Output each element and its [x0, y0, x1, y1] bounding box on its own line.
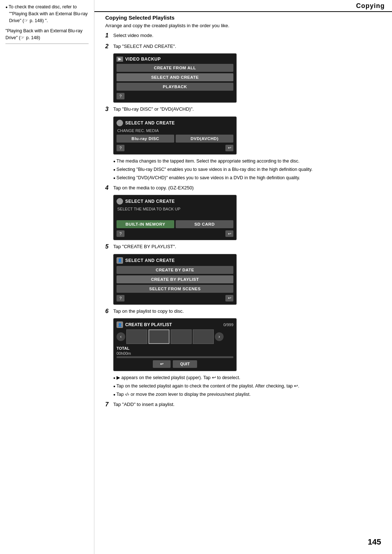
step-6: 6 Tap on the playlist to copy to disc. — [105, 308, 381, 315]
screen4-title: SELECT AND CREATE — [125, 258, 175, 263]
playlist-back-btn[interactable]: ↩ — [153, 360, 171, 368]
select-and-create-btn-1[interactable]: SELECT AND CREATE — [117, 73, 233, 81]
step-4: 4 Tap on the media to copy. (GZ-EX250) — [105, 184, 381, 192]
left-note-1: To check the created disc, refer to ""Pl… — [5, 4, 89, 24]
screen3-sub: SELECT THE MEDIA TO BACK UP — [117, 207, 233, 211]
playlist-header-row: 👤 CREATE BY PLAYLIST 0/999 — [117, 321, 233, 328]
step-num-6: 6 — [105, 308, 113, 315]
step-num-5: 5 — [105, 243, 113, 250]
thumb-4[interactable] — [193, 329, 214, 344]
notes-screen2: The media changes to the tapped item. Se… — [113, 157, 381, 181]
video-icon: ▶ — [117, 57, 123, 62]
left-column: To check the created disc, refer to ""Pl… — [0, 0, 94, 554]
thumb-3[interactable] — [171, 329, 192, 344]
step-3: 3 Tap "Blu-ray DISC" or "DVD(AVCHD)". — [105, 106, 381, 113]
screen1-header: ▶ VIDEO BACKUP — [117, 57, 233, 62]
page-number: 145 — [368, 537, 381, 547]
help-icon-2[interactable]: ? — [117, 145, 124, 151]
person-icon-2: 👤 — [117, 321, 123, 328]
note-screen5-3: Tap ‹/› or move the zoom lever to displa… — [113, 391, 381, 398]
step-1: 1 Select video mode. — [105, 32, 381, 39]
playlist-progress-bar — [117, 356, 233, 358]
dvd-avchd-btn[interactable]: DVD(AVCHD) — [176, 135, 233, 143]
create-by-playlist-btn[interactable]: CREATE BY PLAYLIST — [117, 275, 233, 283]
screen-create-by-playlist: 👤 CREATE BY PLAYLIST 0/999 ‹ › TOTAL 00h… — [113, 318, 237, 371]
screen1-footer: ? — [117, 93, 233, 99]
step-text-1: Select video mode. — [113, 32, 381, 39]
step-num-1: 1 — [105, 32, 113, 39]
section-intro: Arrange and copy the created playlists i… — [105, 23, 381, 28]
quit-btn[interactable]: QUIT — [173, 360, 197, 368]
help-icon-1[interactable]: ? — [117, 93, 124, 99]
step-text-5: Tap "CREATE BY PLAYLIST". — [113, 243, 381, 250]
note-screen2-1: The media changes to the tapped item. Se… — [113, 157, 381, 165]
screen4-footer: ? ↩ — [117, 295, 233, 301]
screen5-title: CREATE BY PLAYLIST — [125, 322, 172, 327]
step-text-7: Tap "ADD" to insert a playlist. — [113, 401, 381, 408]
step-text-2: Tap "SELECT AND CREATE". — [113, 43, 381, 50]
back-icon-4[interactable]: ↩ — [225, 295, 233, 301]
screen-select-media: SELECT AND CREATE SELECT THE MEDIA TO BA… — [113, 195, 237, 240]
step-text-4: Tap on the media to copy. (GZ-EX250) — [113, 184, 381, 192]
notes-screen5: ▶ appears on the selected playlist (uppe… — [113, 374, 381, 398]
disc-icon-2 — [117, 198, 123, 205]
total-label: TOTAL — [117, 346, 233, 350]
step-text-3: Tap "Blu-ray DISC" or "DVD(AVCHD)". — [113, 106, 381, 113]
playlist-bottom-row: ↩ QUIT — [117, 360, 233, 368]
note-screen5-2: Tap on the selected playlist again to ch… — [113, 382, 381, 390]
note-screen2-3: Selecting "DVD(AVCHD)" enables you to sa… — [113, 174, 381, 181]
bluray-disc-btn[interactable]: Blu-ray DISC — [117, 135, 174, 143]
step-num-7: 7 — [105, 401, 113, 408]
section-title: Copying Selected Playlists — [105, 15, 381, 21]
person-icon-1: 👤 — [117, 257, 123, 264]
screen1-title: VIDEO BACKUP — [125, 57, 161, 62]
screen3-header: SELECT AND CREATE — [117, 198, 233, 205]
screen3-btn-row: BUILT-IN MEMORY SD CARD — [117, 220, 233, 228]
help-icon-3[interactable]: ? — [117, 230, 124, 237]
right-column: Copying Selected Playlists Arrange and c… — [94, 0, 392, 423]
screen2-header: SELECT AND CREATE — [117, 120, 233, 126]
back-icon-3[interactable]: ↩ — [225, 230, 233, 237]
screen-video-backup: ▶ VIDEO BACKUP CREATE FROM ALL SELECT AN… — [113, 53, 237, 103]
screen2-footer: ? ↩ — [117, 145, 233, 151]
step-num-3: 3 — [105, 106, 113, 112]
screen3-title: SELECT AND CREATE — [125, 199, 175, 204]
next-playlist-btn[interactable]: › — [215, 332, 224, 341]
note-screen2-2: Selecting "Blu-ray DISC" enables you to … — [113, 166, 381, 173]
step-num-4: 4 — [105, 185, 113, 191]
select-from-scenes-btn[interactable]: SELECT FROM SCENES — [117, 285, 233, 293]
screen-change-rec-media: SELECT AND CREATE CHANGE REC. MEDIA Blu-… — [113, 116, 237, 155]
playlist-thumbs-row: ‹ › — [117, 329, 233, 344]
playback-btn[interactable]: PLAYBACK — [117, 83, 233, 91]
sd-card-btn[interactable]: SD CARD — [176, 220, 233, 228]
step-5: 5 Tap "CREATE BY PLAYLIST". — [105, 243, 381, 250]
step-2: 2 Tap "SELECT AND CREATE". — [105, 43, 381, 50]
left-link-1: "Playing Back with an External Blu-ray D… — [5, 28, 89, 44]
step-num-2: 2 — [105, 43, 113, 50]
screen3-footer: ? ↩ — [117, 230, 233, 237]
prev-playlist-btn[interactable]: ‹ — [117, 332, 125, 341]
screen4-header: 👤 SELECT AND CREATE — [117, 257, 233, 264]
screen2-title: SELECT AND CREATE — [125, 120, 175, 126]
total-time: 00h00m — [117, 351, 233, 356]
thumb-2[interactable] — [148, 329, 170, 344]
back-icon-2[interactable]: ↩ — [225, 145, 233, 151]
screen2-sub: CHANGE REC. MEDIA — [117, 128, 233, 133]
step-7: 7 Tap "ADD" to insert a playlist. — [105, 401, 381, 408]
disc-icon-1 — [117, 120, 123, 126]
playlist-count: 0/999 — [223, 323, 233, 327]
screen-select-and-create-menu: 👤 SELECT AND CREATE CREATE BY DATE CREAT… — [113, 254, 237, 305]
create-by-date-btn[interactable]: CREATE BY DATE — [117, 266, 233, 274]
note-screen5-1: ▶ appears on the selected playlist (uppe… — [113, 374, 381, 381]
help-icon-4[interactable]: ? — [117, 295, 124, 301]
create-from-all-btn[interactable]: CREATE FROM ALL — [117, 64, 233, 72]
screen2-btn-row: Blu-ray DISC DVD(AVCHD) — [117, 135, 233, 143]
built-in-memory-btn[interactable]: BUILT-IN MEMORY — [117, 220, 174, 228]
thumb-1[interactable] — [126, 329, 147, 344]
step-text-6: Tap on the playlist to copy to disc. — [113, 308, 381, 315]
